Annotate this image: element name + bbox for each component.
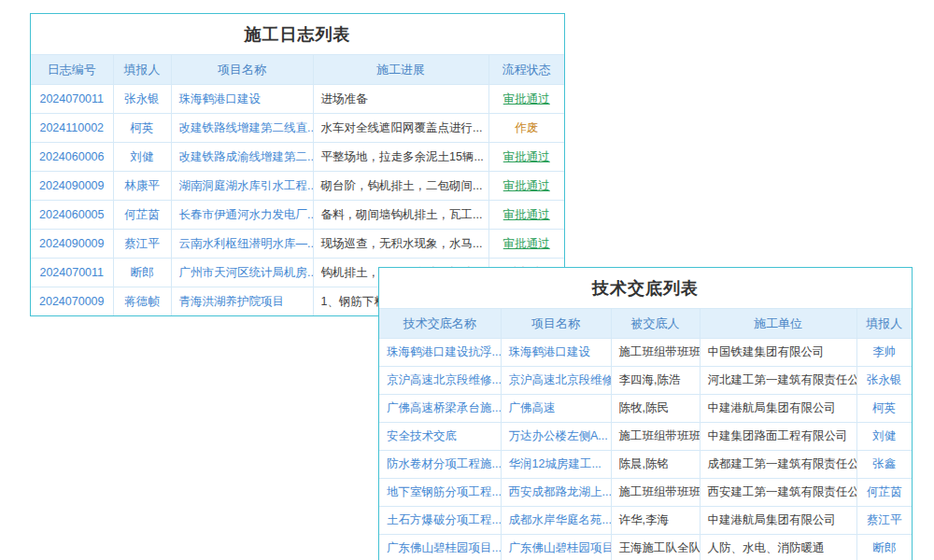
- progress-text: 进场准备: [321, 92, 368, 105]
- name-link[interactable]: 广东佛山碧桂园项目...: [387, 541, 501, 554]
- cell-filler: 断郎: [113, 259, 171, 287]
- filler-link[interactable]: 何芷茵: [867, 485, 902, 498]
- progress-text: 备料，砌间墙钩机排土，瓦工...: [321, 208, 483, 221]
- filler-link[interactable]: 李帅: [872, 345, 896, 358]
- filler-link[interactable]: 断郎: [872, 541, 896, 554]
- project-link[interactable]: 珠海鹤港口建设: [509, 345, 591, 358]
- cell-unit: 中建港航局集团有限公司: [700, 507, 856, 535]
- project-link[interactable]: 云南水利枢纽潜明水库—...: [179, 237, 314, 250]
- filler-link[interactable]: 蔡江平: [867, 513, 902, 526]
- filler-link[interactable]: 林康平: [124, 179, 160, 192]
- status-badge[interactable]: 作废: [515, 121, 538, 134]
- unit-text: 人防、水电、消防暖通: [708, 541, 825, 554]
- id-link[interactable]: 2024070011: [39, 266, 104, 279]
- cell-unit: 中建集团路面工程有限公司: [700, 423, 856, 451]
- filler-link[interactable]: 柯英: [131, 121, 154, 134]
- cell-status: 作废: [488, 114, 564, 143]
- name-link[interactable]: 广佛高速桥梁承台施...: [387, 401, 501, 414]
- unit-text: 成都建工第一建筑有限责任公司: [708, 457, 857, 470]
- cell-id: 2024070009: [31, 287, 113, 316]
- filler-link[interactable]: 断郎: [131, 266, 154, 279]
- cell-filler: 李帅: [856, 339, 912, 367]
- cell-status: 审批通过: [488, 143, 564, 172]
- cell-project: 广佛高速: [501, 395, 611, 423]
- name-link[interactable]: 安全技术交底: [387, 429, 457, 442]
- status-badge[interactable]: 审批通过: [503, 92, 550, 105]
- progress-text: 水车对全线遮阳网覆盖点进行...: [321, 121, 483, 134]
- cell-name: 土石方爆破分项工程...: [379, 507, 501, 535]
- status-badge[interactable]: 审批通过: [503, 179, 550, 192]
- project-link[interactable]: 京沪高速北京段维修: [509, 373, 612, 386]
- table-row: 地下室钢筋分项工程...西安成都路龙湖上...施工班组带班班...西安建工第一建…: [379, 479, 912, 507]
- person-text: 施工班组带班班...: [619, 485, 700, 498]
- project-link[interactable]: 广佛高速: [509, 401, 556, 414]
- cell-id: 2024090009: [31, 172, 113, 201]
- project-link[interactable]: 成都水岸华庭名苑...: [509, 513, 612, 526]
- cell-progress: 平整场地，拉走多余泥土15辆...: [313, 143, 488, 172]
- project-link[interactable]: 长春市伊通河水力发电厂...: [179, 208, 314, 221]
- project-link[interactable]: 华润12城房建工...: [509, 457, 601, 470]
- filler-link[interactable]: 张永银: [867, 373, 902, 386]
- project-link[interactable]: 湖南洞庭湖水库引水工程...: [179, 179, 314, 192]
- status-badge[interactable]: 审批通过: [503, 150, 550, 163]
- column-header-log-project: 项目名称: [171, 55, 313, 85]
- cell-project: 万达办公楼左侧A...: [501, 423, 611, 451]
- table-row: 2024090009林康平湖南洞庭湖水库引水工程...砌台阶，钩机排土，二包砌间…: [31, 172, 564, 201]
- column-header-log-progress: 施工进展: [313, 55, 488, 85]
- project-link[interactable]: 珠海鹤港口建设: [179, 92, 262, 105]
- status-badge[interactable]: 审批通过: [503, 237, 550, 250]
- name-link[interactable]: 防水卷材分项工程施...: [387, 457, 501, 470]
- table-row: 土石方爆破分项工程...成都水岸华庭名苑...许华,李海中建港航局集团有限公司蔡…: [379, 507, 912, 535]
- column-header-disclosure-filler: 填报人: [856, 309, 912, 339]
- id-link[interactable]: 2024060005: [39, 208, 105, 221]
- project-link[interactable]: 改建铁路成渝线增建第二...: [179, 150, 314, 163]
- column-header-disclosure-project: 项目名称: [501, 309, 611, 339]
- id-link[interactable]: 2024060006: [39, 150, 105, 163]
- filler-link[interactable]: 刘健: [872, 429, 896, 442]
- status-badge[interactable]: 审批通过: [503, 208, 550, 221]
- filler-link[interactable]: 蒋德帧: [124, 295, 160, 308]
- id-link[interactable]: 2024070009: [39, 295, 105, 308]
- column-header-disclosure-unit: 施工单位: [700, 309, 856, 339]
- name-link[interactable]: 土石方爆破分项工程...: [387, 513, 501, 526]
- name-link[interactable]: 京沪高速北京段维修...: [387, 373, 501, 386]
- cell-status: 审批通过: [488, 172, 564, 201]
- technical-disclosure-panel: 技术交底列表 技术交底名称 项目名称 被交底人 施工单位 填报人 珠海鹤港口建设…: [378, 267, 913, 560]
- progress-text: 现场巡查，无积水现象，水马...: [321, 237, 483, 250]
- project-link[interactable]: 改建铁路线增建第二线直...: [179, 121, 314, 134]
- unit-text: 中建集团路面工程有限公司: [708, 429, 848, 442]
- cell-project: 广州市天河区统计局机房...: [171, 259, 313, 287]
- column-header-disclosure-name: 技术交底名称: [379, 309, 501, 339]
- technical-disclosure-table: 技术交底名称 项目名称 被交底人 施工单位 填报人 珠海鹤港口建设抗浮...珠海…: [379, 308, 912, 560]
- name-link[interactable]: 珠海鹤港口建设抗浮...: [387, 345, 501, 358]
- project-link[interactable]: 广州市天河区统计局机房...: [179, 266, 314, 279]
- filler-link[interactable]: 柯英: [872, 401, 896, 414]
- project-link[interactable]: 万达办公楼左侧A...: [509, 429, 608, 442]
- technical-disclosure-title: 技术交底列表: [379, 268, 912, 308]
- id-link[interactable]: 2024110002: [39, 121, 104, 134]
- cell-project: 华润12城房建工...: [501, 451, 611, 479]
- id-link[interactable]: 2024090009: [39, 179, 105, 192]
- filler-link[interactable]: 何芷茵: [124, 208, 160, 221]
- cell-unit: 中国铁建集团有限公司: [700, 339, 856, 367]
- column-header-log-id: 日志编号: [31, 55, 113, 85]
- cell-filler: 蒋德帧: [113, 287, 171, 316]
- project-link[interactable]: 青海洪湖养护院项目: [179, 295, 285, 308]
- filler-link[interactable]: 蔡江平: [124, 237, 160, 250]
- table-row: 2024070011张永银珠海鹤港口建设进场准备审批通过: [31, 85, 564, 114]
- cell-id: 2024070011: [31, 259, 113, 287]
- name-link[interactable]: 地下室钢筋分项工程...: [387, 485, 501, 498]
- cell-filler: 断郎: [856, 535, 912, 560]
- cell-filler: 何芷茵: [113, 201, 171, 230]
- filler-link[interactable]: 刘健: [131, 150, 154, 163]
- cell-name: 防水卷材分项工程施...: [379, 451, 501, 479]
- id-link[interactable]: 2024070011: [39, 92, 104, 105]
- cell-person: 陈晨,陈铭: [611, 451, 700, 479]
- filler-link[interactable]: 张永银: [124, 92, 160, 105]
- id-link[interactable]: 2024090009: [39, 237, 105, 250]
- cell-name: 地下室钢筋分项工程...: [379, 479, 501, 507]
- project-link[interactable]: 西安成都路龙湖上...: [509, 485, 612, 498]
- filler-link[interactable]: 张鑫: [872, 457, 896, 470]
- project-link[interactable]: 广东佛山碧桂园项目: [509, 541, 612, 554]
- table-row: 珠海鹤港口建设抗浮...珠海鹤港口建设施工班组带班班...中国铁建集团有限公司李…: [379, 339, 912, 367]
